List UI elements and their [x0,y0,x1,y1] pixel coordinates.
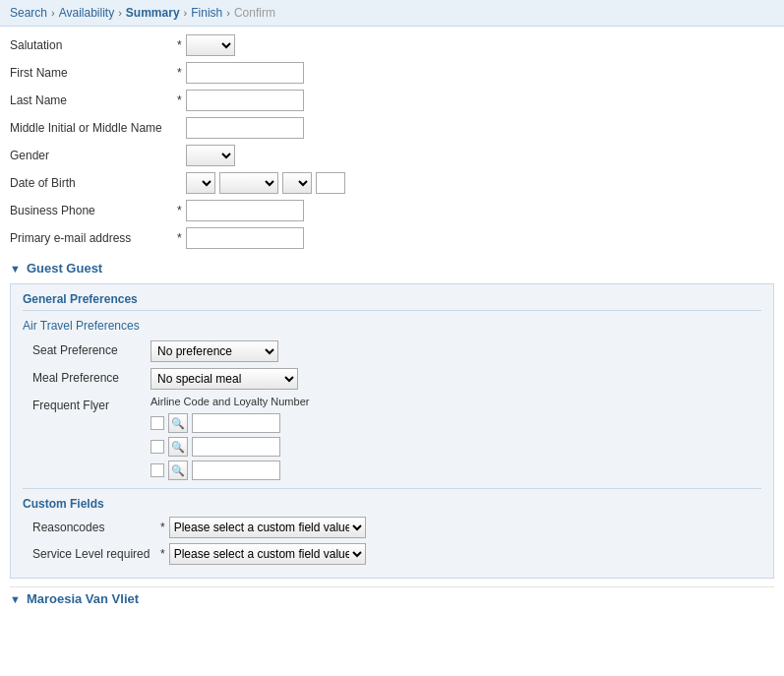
ff-input-2[interactable] [192,437,280,457]
service-level-select[interactable]: Please select a custom field value [169,543,366,565]
ff-header: Airline Code and Loyalty Number [151,396,309,407]
gender-label: Gender [10,149,177,162]
gender-select[interactable]: M F [186,145,235,166]
breadcrumb-sep-4: › [226,7,230,19]
guest1-preferences-panel: General Preferences Air Travel Preferenc… [10,283,774,579]
business-phone-row: Business Phone * [10,200,774,221]
breadcrumb-availability[interactable]: Availability [59,6,114,20]
meal-preference-label: Meal Preference [32,368,151,385]
breadcrumb-summary[interactable]: Summary [126,6,180,20]
email-input[interactable] [186,227,304,249]
general-preferences-title: General Preferences [23,292,761,311]
salutation-select[interactable]: Mr Mrs Ms Dr [186,34,235,56]
reasoncodes-required: * [160,521,165,534]
ff-search-icon-1[interactable]: 🔍 [168,413,188,433]
custom-fields-title: Custom Fields [23,497,761,511]
frequent-flyer-container: Airline Code and Loyalty Number 🔍 🔍 [151,396,309,480]
dob-month-select[interactable] [186,172,215,194]
reasoncodes-label: Reasoncodes [32,521,160,534]
seat-preference-label: Seat Preference [32,340,151,357]
guest2-toggle[interactable]: ▼ [10,593,21,605]
service-level-label: Service Level required [32,547,160,561]
dob-label: Date of Birth [10,176,177,190]
first-name-row: First Name * [10,62,774,84]
dob-text-input[interactable] [316,172,345,194]
main-content: Salutation * Mr Mrs Ms Dr First Name * L… [0,27,784,618]
ff-row-1: 🔍 [151,413,309,433]
service-level-row: Service Level required * Please select a… [23,543,761,565]
first-name-input[interactable] [186,62,304,84]
breadcrumb-confirm: Confirm [234,6,275,20]
email-label: Primary e-mail address [10,231,177,245]
seat-preference-select[interactable]: No preference Window Aisle Middle [151,340,278,362]
ff-input-1[interactable] [192,413,280,433]
reasoncodes-select[interactable]: Please select a custom field value [169,517,366,538]
dob-container [186,172,345,194]
guest1-name-link[interactable]: Guest Guest [27,261,102,276]
guest2-name-link[interactable]: Maroesia Van Vliet [27,591,139,606]
salutation-label: Salutation [10,38,177,52]
salutation-row: Salutation * Mr Mrs Ms Dr [10,34,774,56]
guest1-toggle[interactable]: ▼ [10,263,21,275]
ff-search-icon-3[interactable]: 🔍 [168,461,188,480]
service-level-required: * [160,547,165,561]
ff-checkbox-2[interactable] [151,440,164,454]
middle-name-row: Middle Initial or Middle Name * [10,117,774,139]
guest1-header: ▼ Guest Guest [10,257,774,279]
seat-preference-row: Seat Preference No preference Window Ais… [23,340,761,362]
dob-row: Date of Birth * [10,172,774,194]
first-name-required: * [177,66,182,80]
air-travel-title: Air Travel Preferences [23,319,761,333]
ff-search-icon-2[interactable]: 🔍 [168,437,188,457]
frequent-flyer-label: Frequent Flyer [32,396,151,412]
meal-preference-select[interactable]: No special meal Vegetarian Vegan Kosher … [151,368,298,390]
guest2-header: ▼ Maroesia Van Vliet [10,586,774,610]
reasoncodes-row: Reasoncodes * Please select a custom fie… [23,517,761,538]
last-name-label: Last Name [10,93,177,107]
business-phone-input[interactable] [186,200,304,221]
breadcrumb: Search › Availability › Summary › Finish… [0,0,784,27]
meal-preference-row: Meal Preference No special meal Vegetari… [23,368,761,390]
breadcrumb-sep-3: › [184,7,188,19]
ff-input-3[interactable] [192,461,280,480]
frequent-flyer-row: Frequent Flyer Airline Code and Loyalty … [23,396,761,480]
ff-checkbox-3[interactable] [151,463,164,477]
last-name-row: Last Name * [10,90,774,111]
gender-row: Gender * M F [10,145,774,166]
last-name-input[interactable] [186,90,304,111]
first-name-label: First Name [10,66,177,80]
dob-day-select[interactable] [219,172,278,194]
middle-name-input[interactable] [186,117,304,139]
business-phone-label: Business Phone [10,204,177,217]
ff-checkbox-1[interactable] [151,416,164,430]
email-row: Primary e-mail address * [10,227,774,249]
breadcrumb-sep-1: › [51,7,55,19]
dob-year-select[interactable] [282,172,312,194]
breadcrumb-search[interactable]: Search [10,6,47,20]
breadcrumb-finish[interactable]: Finish [191,6,222,20]
business-phone-required: * [177,204,182,217]
email-required: * [177,231,182,245]
last-name-required: * [177,93,182,107]
salutation-required: * [177,38,182,52]
custom-fields-section: Custom Fields Reasoncodes * Please selec… [23,488,761,565]
middle-name-label: Middle Initial or Middle Name [10,121,177,135]
breadcrumb-sep-2: › [118,7,122,19]
ff-row-2: 🔍 [151,437,309,457]
air-travel-section: Air Travel Preferences Seat Preference N… [23,319,761,480]
ff-row-3: 🔍 [151,461,309,480]
